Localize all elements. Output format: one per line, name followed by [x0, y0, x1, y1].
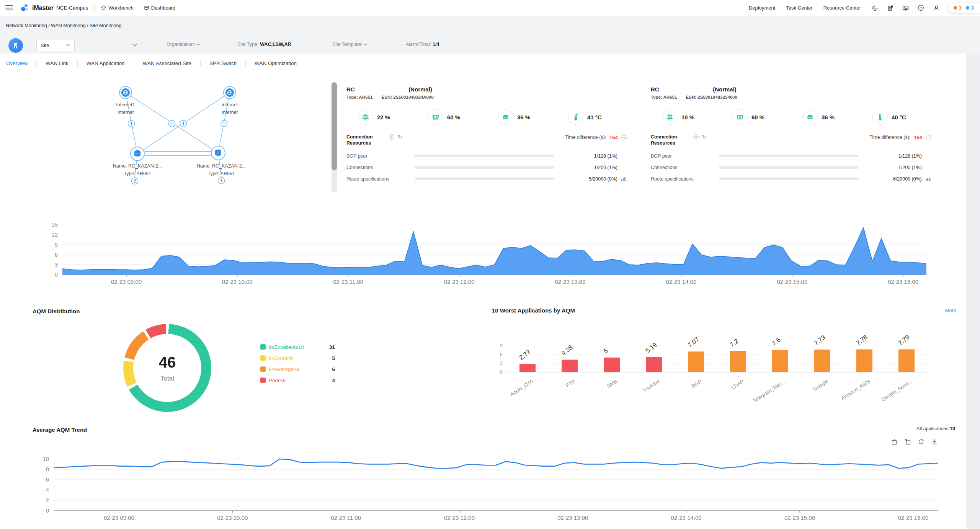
- all-applications-label: All applications:10: [916, 426, 955, 431]
- site-topology[interactable]: 1 1 1 1 Internet1 Internet Internet Inte…: [88, 75, 268, 189]
- tab-wan-associated-site[interactable]: WAN Associated Site: [143, 60, 191, 66]
- svg-text:12: 12: [51, 231, 58, 238]
- resource-center-link[interactable]: Resource Center: [823, 5, 861, 11]
- device-stats: CPU 10 % 60 % 36 % 40 °C: [651, 109, 942, 125]
- svg-text:1: 1: [182, 121, 185, 126]
- aqm-distribution-panel: AQM Distribution 46 Total 9≤Excellent≤10…: [31, 306, 482, 421]
- svg-text:7.73: 7.73: [813, 334, 826, 347]
- internet-right-label1: Internet: [222, 102, 238, 107]
- tab-wan-link[interactable]: WAN Link: [46, 60, 69, 66]
- tab-overview[interactable]: Overview: [6, 60, 28, 66]
- refresh-icon[interactable]: ↻: [398, 134, 402, 146]
- router-node-left[interactable]: [131, 147, 144, 161]
- connection-resources-title: Connection Resources: [651, 134, 690, 146]
- site-filter-button[interactable]: [8, 38, 23, 53]
- time-difference-value: 154: [609, 135, 618, 140]
- tab-wan-application[interactable]: WAN Application: [87, 60, 125, 66]
- help-circle-icon[interactable]: ?: [621, 135, 627, 140]
- svg-text:Google: Google: [812, 378, 829, 392]
- chart-detail-icon[interactable]: [922, 176, 931, 182]
- task-center-link[interactable]: Task Center: [786, 5, 812, 11]
- chart-toolbar: [891, 438, 938, 445]
- device-card: RC_ (Normal) Type: AR651 ESN: 2S50010483…: [651, 86, 942, 185]
- help-circle-icon[interactable]: ?: [693, 134, 699, 140]
- tab-wan-optimization[interactable]: WAN Optimization: [255, 60, 297, 66]
- help-circle-icon[interactable]: ?: [926, 135, 931, 140]
- svg-text:5: 5: [602, 347, 609, 355]
- svg-text:Amazon_AWS: Amazon_AWS: [840, 378, 871, 401]
- svg-text:02-23 15:00: 02-23 15:00: [784, 514, 815, 521]
- resource-row: BGP peer 1/128 (1%): [346, 150, 638, 162]
- home-icon: [101, 5, 106, 11]
- workbench-link[interactable]: Workbench: [101, 5, 134, 11]
- router-right-name: Name: RC_KAZAN-2...: [197, 163, 246, 169]
- cpu-icon: CPU: [662, 109, 678, 125]
- svg-text:02-23 14:00: 02-23 14:00: [671, 514, 702, 521]
- temperature-value: 41 °C: [587, 114, 602, 120]
- legend-swatch: [260, 366, 266, 372]
- svg-text:02-23 10:00: 02-23 10:00: [222, 278, 253, 285]
- site-traffic-chart: 0369121502-23 09:0002-23 10:0002-23 11:0…: [31, 223, 930, 292]
- filter-strip: Network Monitoring / WAN Monitoring / Si…: [0, 16, 980, 54]
- console-button[interactable]: [902, 5, 909, 11]
- chevron-down-icon: [132, 43, 138, 47]
- dashboard-link[interactable]: Dashboard: [144, 5, 176, 11]
- zoom-select-icon[interactable]: [891, 438, 898, 445]
- svg-text:1: 1: [223, 121, 225, 126]
- tab-spr-switch[interactable]: SPR Switch: [209, 60, 237, 66]
- download-icon[interactable]: [931, 438, 938, 445]
- zoom-reset-icon[interactable]: [904, 438, 911, 445]
- help-button[interactable]: ?: [918, 5, 924, 11]
- memory-value: 60 %: [751, 114, 764, 120]
- breadcrumb[interactable]: Network Monitoring / WAN Monitoring / Si…: [6, 23, 121, 28]
- moon-icon: [872, 5, 878, 11]
- internet-node-left[interactable]: [119, 86, 132, 99]
- svg-text:02-23 15:00: 02-23 15:00: [777, 278, 807, 285]
- deployment-link[interactable]: Deployment: [749, 5, 775, 11]
- aqm-trend-header: Average AQM Trend All applications:10: [31, 425, 955, 452]
- site-template-field: Site Template:--: [332, 42, 367, 47]
- aqm-legend-item[interactable]: 9≤Excellent≤10 31: [260, 343, 335, 351]
- site-type-select[interactable]: Site: [36, 39, 75, 51]
- svg-text:0: 0: [55, 271, 58, 278]
- chevron-down-icon: [66, 44, 70, 47]
- worst-apps-panel: 10 Worst Applications by AQM More 03692.…: [491, 306, 966, 421]
- hamburger-icon[interactable]: [5, 4, 13, 12]
- svg-text:02-23 12:00: 02-23 12:00: [444, 278, 475, 285]
- svg-text:7.78: 7.78: [855, 334, 869, 347]
- divider: [94, 5, 95, 11]
- memory-icon: [428, 109, 443, 125]
- tab-bar: Overview WAN Link WAN Application WAN As…: [6, 60, 297, 66]
- alarm-badge[interactable]: 3 3: [948, 3, 980, 13]
- router-icon: [134, 150, 140, 156]
- dark-mode-button[interactable]: [872, 5, 879, 11]
- legend-count: 6: [332, 366, 335, 372]
- svg-text:2: 2: [46, 497, 49, 503]
- device-icon: [802, 109, 818, 125]
- internet-node-right[interactable]: [224, 86, 236, 99]
- scrollbar-thumb[interactable]: [332, 82, 337, 170]
- user-button[interactable]: [933, 5, 940, 11]
- site-type-field: Site Type:WAC,LSW,AR: [237, 42, 291, 47]
- svg-text:3: 3: [500, 360, 503, 366]
- svg-text:9: 9: [55, 241, 58, 248]
- user-icon: [933, 5, 939, 11]
- router-node-right[interactable]: [211, 146, 225, 160]
- svg-text:7.79: 7.79: [897, 334, 911, 347]
- svg-text:02-23 12:00: 02-23 12:00: [444, 514, 475, 521]
- refresh-icon[interactable]: ↻: [702, 134, 707, 146]
- aqm-legend-item[interactable]: Poor<6 4: [260, 376, 335, 384]
- svg-text:CPU: CPU: [364, 116, 368, 118]
- help-circle-icon[interactable]: ?: [389, 134, 394, 140]
- refresh-chart-icon[interactable]: [918, 438, 924, 445]
- license-button[interactable]: [887, 5, 894, 11]
- svg-text:02-23 14:00: 02-23 14:00: [666, 278, 696, 285]
- site-value-select[interactable]: [92, 39, 138, 51]
- chart-detail-icon[interactable]: [617, 176, 627, 182]
- aqm-legend-item[interactable]: 8≤Good<9 5: [260, 354, 335, 362]
- resource-row: Route specifications 5/20000 (0%): [346, 173, 638, 185]
- product-name: NCE-Campus: [56, 5, 88, 11]
- internet-left-label1: Internet1: [116, 102, 135, 107]
- aqm-legend-item[interactable]: 6≤Average<8 6: [260, 365, 335, 373]
- cpu-value: 10 %: [681, 114, 694, 120]
